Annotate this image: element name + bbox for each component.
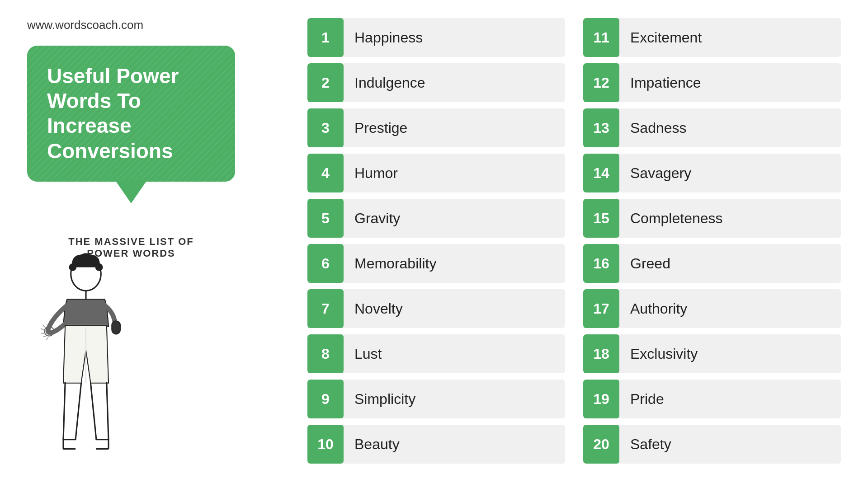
svg-line-14: [43, 336, 46, 337]
svg-point-1: [69, 263, 77, 271]
list-item: 9Simplicity: [307, 380, 565, 418]
item-number: 7: [307, 289, 344, 328]
item-label: Happiness: [344, 29, 423, 46]
item-label: Prestige: [344, 120, 407, 136]
figure-illustration: [36, 251, 136, 479]
item-number: 14: [583, 154, 619, 192]
svg-line-12: [41, 328, 44, 330]
item-number: 5: [307, 199, 344, 238]
item-number: 8: [307, 334, 344, 373]
list-item: 19Pride: [583, 380, 841, 418]
list-item: 13Sadness: [583, 108, 841, 147]
svg-rect-5: [112, 321, 120, 334]
item-number: 4: [307, 154, 344, 192]
item-label: Novelty: [344, 300, 403, 317]
item-label: Completeness: [619, 210, 723, 227]
svg-line-13: [41, 333, 45, 333]
item-label: Greed: [619, 255, 670, 272]
list-item: 15Completeness: [583, 199, 841, 238]
item-label: Gravity: [344, 210, 400, 227]
list-item: 4Humor: [307, 154, 565, 192]
list-item: 8Lust: [307, 334, 565, 373]
item-number: 10: [307, 425, 344, 464]
svg-line-15: [47, 338, 48, 340]
item-label: Memorability: [344, 255, 436, 272]
item-label: Impatience: [619, 75, 701, 91]
list-item: 12Impatience: [583, 63, 841, 102]
bubble-title: Useful Power Words To Increase Conversio…: [47, 64, 179, 163]
page-wrapper: www.wordscoach.com Useful Power Words To…: [0, 0, 868, 488]
item-number: 3: [307, 108, 344, 147]
item-number: 2: [307, 63, 344, 102]
item-label: Sadness: [619, 120, 687, 136]
list-item: 7Novelty: [307, 289, 565, 328]
item-label: Indulgence: [344, 75, 425, 91]
list-item: 18Exclusivity: [583, 334, 841, 373]
list-item: 16Greed: [583, 244, 841, 283]
list-item: 11Excitement: [583, 18, 841, 57]
item-number: 15: [583, 199, 619, 238]
item-label: Beauty: [344, 436, 400, 453]
item-number: 11: [583, 18, 619, 57]
item-number: 12: [583, 63, 619, 102]
item-number: 20: [583, 425, 619, 464]
item-label: Safety: [619, 436, 671, 453]
item-label: Authority: [619, 300, 687, 317]
list-item: 17Authority: [583, 289, 841, 328]
item-label: Savagery: [619, 165, 691, 182]
speech-bubble: Useful Power Words To Increase Conversio…: [27, 46, 235, 182]
item-number: 9: [307, 380, 344, 418]
item-label: Excitement: [619, 29, 702, 46]
item-number: 1: [307, 18, 344, 57]
item-number: 13: [583, 108, 619, 147]
item-number: 17: [583, 289, 619, 328]
item-label: Exclusivity: [619, 346, 698, 362]
list-item: 6Memorability: [307, 244, 565, 283]
item-label: Lust: [344, 346, 382, 362]
list-item: 20Safety: [583, 425, 841, 464]
item-label: Pride: [619, 391, 664, 408]
subtitle-line1: THE MASSIVE LIST OF: [27, 236, 235, 248]
left-panel: www.wordscoach.com Useful Power Words To…: [27, 18, 280, 470]
item-number: 16: [583, 244, 619, 283]
list-item: 1Happiness: [307, 18, 565, 57]
list-item: 2Indulgence: [307, 63, 565, 102]
list-item: 10Beauty: [307, 425, 565, 464]
item-label: Humor: [344, 165, 398, 182]
item-label: Simplicity: [344, 391, 415, 408]
items-grid: 1Happiness11Excitement2Indulgence12Impat…: [307, 18, 841, 464]
list-item: 5Gravity: [307, 199, 565, 238]
svg-line-11: [42, 325, 45, 328]
website-url: www.wordscoach.com: [27, 18, 143, 32]
list-item: 14Savagery: [583, 154, 841, 192]
svg-point-2: [95, 263, 103, 271]
right-panel: 1Happiness11Excitement2Indulgence12Impat…: [280, 18, 841, 470]
item-number: 6: [307, 244, 344, 283]
list-item: 3Prestige: [307, 108, 565, 147]
item-number: 19: [583, 380, 619, 418]
item-number: 18: [583, 334, 619, 373]
